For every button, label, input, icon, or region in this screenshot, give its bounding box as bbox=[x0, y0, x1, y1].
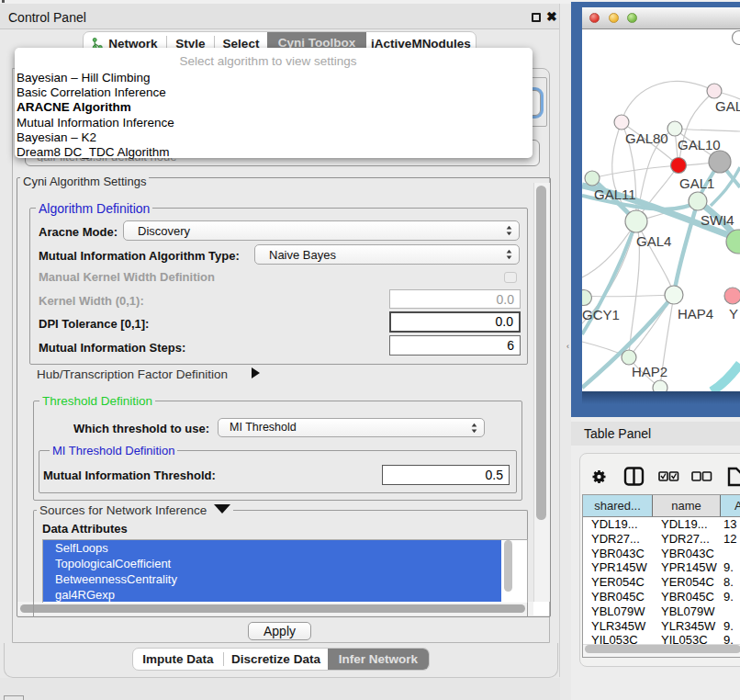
svg-text:SWI4: SWI4 bbox=[701, 212, 734, 228]
svg-text:GAL1: GAL1 bbox=[679, 175, 714, 191]
svg-text:Y: Y bbox=[729, 306, 738, 322]
svg-text:GAL80: GAL80 bbox=[625, 130, 668, 146]
svg-text:GAL10: GAL10 bbox=[678, 137, 721, 152]
svg-text:GAL8: GAL8 bbox=[715, 98, 740, 114]
svg-text:HAP2: HAP2 bbox=[632, 364, 667, 379]
svg-text:GAL4: GAL4 bbox=[636, 233, 671, 249]
svg-text:GAL11: GAL11 bbox=[594, 186, 636, 202]
svg-text:GCY1: GCY1 bbox=[582, 307, 620, 322]
svg-text:HAP4: HAP4 bbox=[678, 306, 713, 322]
